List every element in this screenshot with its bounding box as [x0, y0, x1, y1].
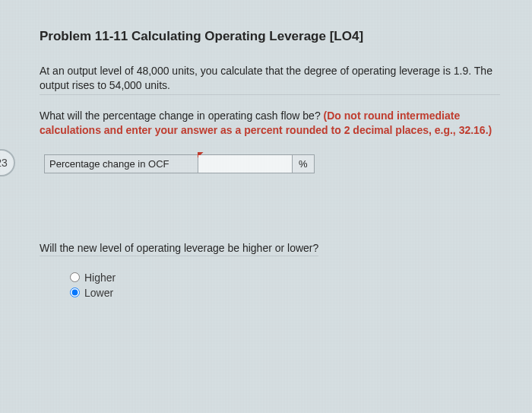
ocf-answer-row: Percentage change in OCF %	[44, 154, 315, 173]
question-2: Will the new level of operating leverage…	[40, 242, 318, 256]
option-lower[interactable]: Lower	[70, 287, 500, 299]
question-1-text: What will the percentage change in opera…	[40, 110, 324, 122]
problem-title: Problem 11-11 Calculating Operating Leve…	[40, 29, 500, 44]
ocf-input-wrap	[198, 155, 293, 173]
question-1: What will the percentage change in opera…	[40, 109, 500, 138]
options-group: Higher Lower	[70, 272, 500, 299]
radio-lower[interactable]	[70, 288, 80, 297]
ocf-label: Percentage change in OCF	[45, 155, 198, 173]
percent-symbol: %	[293, 155, 314, 173]
option-higher-label: Higher	[84, 272, 116, 284]
problem-intro: At an output level of 48,000 units, you …	[40, 64, 500, 95]
option-higher[interactable]: Higher	[70, 272, 500, 284]
ocf-input[interactable]	[198, 155, 293, 173]
option-lower-label: Lower	[84, 287, 113, 299]
question-number-badge: 23	[0, 149, 15, 176]
radio-higher[interactable]	[70, 272, 80, 282]
